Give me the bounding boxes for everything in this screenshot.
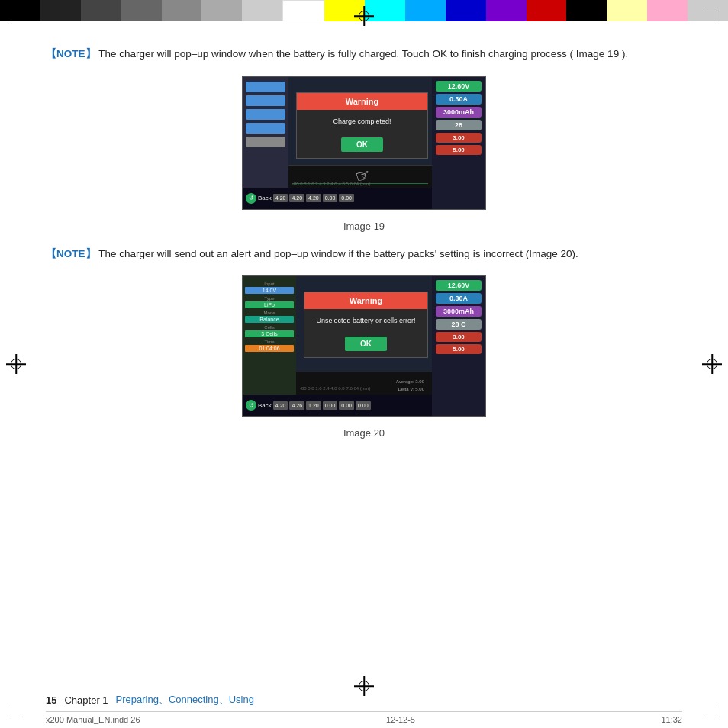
cell-val-2: 4.20 (289, 194, 304, 202)
cell-20-6: 0.00 (356, 401, 371, 410)
corner-mark-bl (8, 705, 23, 720)
screen-bottom-20: ↺ Back 4.20 4.26 1.20 0.00 0.00 0.00 (243, 395, 432, 416)
note1-label: 【NOTE】 (46, 48, 96, 60)
warning-body-19: Charge completed! (297, 110, 427, 133)
bar-4 (246, 123, 285, 134)
cell-val-1: 4.20 (273, 194, 288, 202)
corner-mark-tl (8, 8, 23, 23)
image19-container: 12.60V 0.30A 3000mAh 28 3.00 5.00 Warnin… (46, 76, 682, 232)
back-button-20[interactable]: ↺ Back (246, 400, 272, 411)
swatch-2 (40, 0, 81, 21)
chapter-label: Chapter 1 (64, 694, 108, 706)
warning-dialog-20: Warning Unselected battery or cells erro… (304, 292, 428, 358)
crosshair-left (6, 354, 26, 374)
delta-text: Delta V: (398, 387, 414, 391)
swatch-yellow-light (607, 0, 647, 21)
input-label: Input (245, 282, 294, 286)
temp-box: 28 (436, 120, 482, 130)
note1-text: 【NOTE】 The charger will pop–up window wh… (46, 46, 682, 63)
voltage-box-20: 12.60V (436, 280, 482, 291)
avg-val: 3.00 (415, 379, 424, 384)
graph-scale-20: -80 0.8 1.6 2.4 4.8 6.8 7.6 64 (min) (300, 386, 370, 391)
page-time: 11:32 (661, 715, 682, 724)
cell-20-2: 4.26 (289, 401, 304, 410)
current-box-20: 0.30A (436, 293, 482, 304)
crosshair-circle-right (707, 359, 717, 369)
screen-bottom-19: ↺ Back 4.20 4.20 4.20 0.00 0.00 (243, 188, 432, 209)
cell-20-5: 0.00 (339, 401, 354, 410)
bar-5 (246, 137, 285, 147)
back-arrow-icon-20: ↺ (246, 400, 256, 411)
back-label-20: Back (258, 402, 272, 409)
time-label: Time (245, 340, 294, 344)
corner-mark-tr (705, 8, 720, 23)
back-arrow-icon: ↺ (246, 193, 256, 204)
crosshair-circle (359, 11, 369, 21)
warning-btn-row-19: OK (297, 133, 427, 158)
note2-label: 【NOTE】 (46, 248, 96, 259)
swatch-red (527, 0, 567, 21)
back-button-19[interactable]: ↺ Back (246, 193, 272, 204)
bar-3 (246, 109, 285, 120)
delta-label-20: Delta V: 5.00 (398, 387, 424, 391)
device-screen-20: Input 14.0V Type LiPo Mode Balance Cells… (242, 275, 486, 417)
back-label-19: Back (258, 195, 272, 201)
filename: x200 Manual_EN.indd 26 (46, 715, 140, 724)
page-info-bar: x200 Manual_EN.indd 26 12-12-5 11:32 (46, 711, 682, 724)
screen-right-19: 12.60V 0.30A 3000mAh 28 3.00 5.00 (432, 77, 485, 209)
avg-box-20: 3.00 (436, 332, 482, 342)
crosshair-lines-right (702, 354, 722, 374)
cell-val-5: 0.00 (339, 194, 354, 202)
cells-value: 3 Cells (245, 330, 294, 337)
type-label: Type (245, 296, 294, 301)
crosshair-right (702, 354, 722, 374)
ok-button-19[interactable]: OK (341, 137, 383, 152)
avg-text: Average: (396, 379, 414, 384)
note2-body: The charger will send out an alert and p… (96, 248, 578, 259)
capacity-box-20: 3000mAh (436, 306, 482, 317)
swatch-5 (162, 0, 202, 21)
swatch-8 (282, 0, 324, 21)
warning-body-20: Unselected battery or cells error! (304, 309, 427, 332)
swatch-pink (647, 0, 688, 21)
corner-mark-br (705, 705, 720, 720)
swatch-4 (121, 0, 162, 21)
capacity-box: 3000mAh (436, 107, 482, 118)
delta-box-20: 5.00 (436, 344, 482, 354)
note2-text: 【NOTE】 The charger will send out an aler… (46, 246, 682, 263)
delta-val: 5.00 (415, 387, 424, 391)
device-screen-19: 12.60V 0.30A 3000mAh 28 3.00 5.00 Warnin… (242, 76, 486, 210)
cell-20-4: 0.00 (323, 401, 338, 410)
image20-caption: Image 20 (46, 427, 682, 439)
crosshair-lines (354, 6, 374, 26)
swatch-6 (201, 0, 242, 21)
crosshair-circle-left (11, 359, 21, 369)
page-date: 12-12-5 (386, 715, 415, 724)
note1-body: The charger will pop–up window when the … (96, 48, 629, 60)
swatch-3 (81, 0, 121, 21)
crosshair-top (354, 6, 374, 26)
cell-20-1: 4.20 (273, 401, 288, 410)
bar-2 (246, 95, 285, 106)
swatch-7 (242, 0, 282, 21)
temp-box-20: 28 C (436, 319, 482, 330)
image19-caption: Image 19 (46, 221, 682, 232)
avg-box: 3.00 (436, 133, 482, 143)
note-block-1: 【NOTE】 The charger will pop–up window wh… (46, 46, 682, 63)
main-content: 【NOTE】 The charger will pop–up window wh… (46, 46, 682, 690)
screen-right-20: 12.60V 0.30A 3000mAh 28 C 3.00 5.00 (432, 276, 485, 416)
swatch-blue-light (405, 0, 446, 21)
cell-val-4: 0.00 (323, 194, 338, 202)
mode-value: Balance (245, 316, 294, 323)
swatch-black2 (566, 0, 607, 21)
cell-val-3: 4.20 (306, 194, 321, 202)
current-box: 0.30A (436, 94, 482, 105)
crosshair-lines-left (6, 354, 26, 374)
type-value: LiPo (245, 301, 294, 308)
ok-button-20[interactable]: OK (345, 337, 387, 351)
image20-container: Input 14.0V Type LiPo Mode Balance Cells… (46, 275, 682, 439)
screen-graph-20: -80 0.8 1.6 2.4 4.8 6.8 7.6 64 (min) Ave… (296, 372, 432, 395)
bar-1 (246, 82, 285, 92)
delta-box: 5.00 (436, 145, 482, 155)
footer-links[interactable]: Preparing、Connecting、Using (116, 693, 254, 707)
